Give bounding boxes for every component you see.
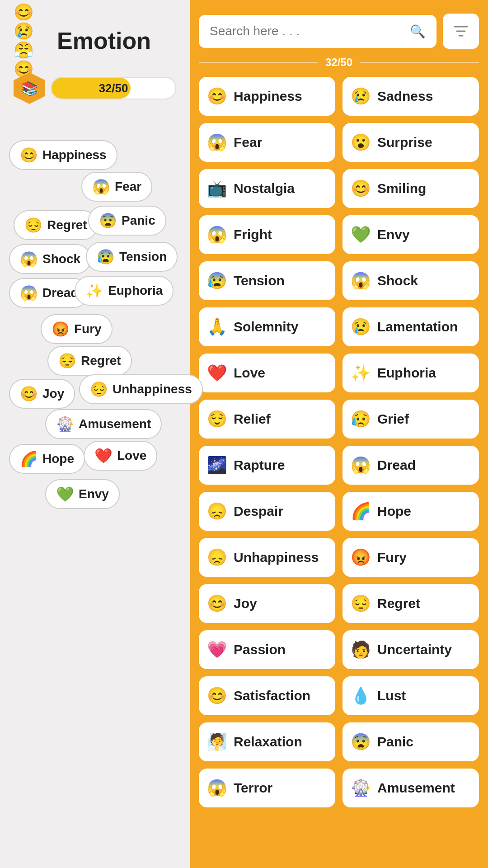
left-chip-regret[interactable]: 😔Regret (14, 210, 98, 240)
chip-emoji: 😊 (20, 146, 38, 164)
grid-chip-uncertainty[interactable]: 🧑Uncertainty (343, 630, 479, 669)
grid-chip-smiling[interactable]: 😊Smiling (343, 169, 479, 208)
grid-chip-label: Unhappiness (234, 550, 319, 565)
chip-label: Fury (74, 322, 102, 336)
grid-chip-fear[interactable]: 😱Fear (199, 123, 335, 162)
grid-chip-label: Lamentation (377, 319, 458, 335)
grid-chip-love[interactable]: ❤️Love (199, 354, 335, 392)
left-chip-fear[interactable]: 😱Fear (81, 172, 152, 202)
grid-chip-shock[interactable]: 😱Shock (343, 261, 479, 300)
chip-label: Fear (115, 179, 141, 194)
chip-emoji: 💚 (56, 486, 74, 503)
chip-label: Unhappiness (113, 382, 192, 396)
grid-chip-unhappiness[interactable]: 😞Unhappiness (199, 538, 335, 577)
grid-chip-emoji: 📺 (207, 179, 227, 198)
grid-chip-happiness[interactable]: 😊Happiness (199, 77, 335, 116)
grid-chip-label: Relief (234, 411, 271, 427)
left-chip-hope[interactable]: 🌈Hope (9, 444, 85, 474)
left-chip-panic[interactable]: 😨Panic (88, 206, 166, 236)
grid-chip-hope[interactable]: 🌈Hope (343, 492, 479, 531)
grid-chip-label: Grief (377, 411, 409, 427)
grid-chip-envy[interactable]: 💚Envy (343, 215, 479, 254)
grid-chip-label: Shock (377, 273, 418, 288)
left-chip-love[interactable]: ❤️Love (84, 441, 157, 471)
grid-chip-emoji: 💚 (351, 225, 371, 244)
grid-chip-relaxation[interactable]: 🧖Relaxation (199, 722, 335, 761)
grid-chip-rapture[interactable]: 🌌Rapture (199, 446, 335, 485)
grid-chip-lust[interactable]: 💧Lust (343, 676, 479, 715)
grid-chip-emoji: 😊 (351, 179, 371, 198)
left-chip-regret2[interactable]: 😔Regret (47, 346, 132, 376)
grid-chip-label: Despair (234, 504, 283, 519)
chip-label: Happiness (42, 148, 107, 162)
left-chip-joy[interactable]: 😊Joy (9, 379, 75, 409)
grid-chip-emoji: 😌 (207, 410, 227, 429)
grid-chip-relief[interactable]: 😌Relief (199, 400, 335, 439)
grid-chip-label: Fear (234, 135, 262, 150)
grid-chip-regret[interactable]: 😔Regret (343, 584, 479, 623)
grid-chip-label: Envy (377, 227, 410, 242)
grid-chip-emoji: 😱 (351, 271, 371, 290)
grid-chip-label: Solemnity (234, 319, 298, 335)
grid-chip-panic[interactable]: 😨Panic (343, 722, 479, 761)
grid-chip-label: Love (234, 365, 265, 381)
progress-track: 32/50 (51, 77, 176, 99)
chip-emoji: 😡 (52, 321, 70, 338)
search-input-wrap[interactable]: 🔍 (199, 15, 436, 48)
grid-chip-terror[interactable]: 😱Terror (199, 769, 335, 807)
grid-chip-fury[interactable]: 😡Fury (343, 538, 479, 577)
grid-chip-emoji: 😔 (351, 594, 371, 613)
grid-chip-label: Regret (377, 596, 420, 611)
progress-right: 32/50 (199, 56, 479, 69)
grid-chip-euphoria[interactable]: ✨Euphoria (343, 354, 479, 392)
chip-label: Joy (42, 387, 64, 401)
grid-chip-lamentation[interactable]: 😢Lamentation (343, 307, 479, 346)
grid-chip-dread[interactable]: 😱Dread (343, 446, 479, 485)
left-chip-fury[interactable]: 😡Fury (41, 314, 113, 344)
left-chip-shock[interactable]: 😱Shock (9, 244, 91, 274)
chip-emoji: 😊 (20, 385, 38, 402)
app-header: 😊😢😤😊 Emotion (0, 0, 190, 68)
search-input[interactable] (210, 24, 404, 38)
filter-button[interactable] (443, 14, 479, 49)
left-chip-amusement[interactable]: 🎡Amusement (45, 409, 162, 439)
chip-label: Love (117, 448, 146, 463)
chip-emoji: 🌈 (20, 450, 38, 467)
search-icon: 🔍 (410, 24, 426, 39)
grid-chip-fright[interactable]: 😱Fright (199, 215, 335, 254)
chip-label: Panic (122, 213, 155, 228)
grid-chip-emoji: 🎡 (351, 778, 371, 797)
grid-chip-label: Relaxation (234, 734, 302, 750)
grid-chip-tension[interactable]: 😰Tension (199, 261, 335, 300)
grid-chip-nostalgia[interactable]: 📺Nostalgia (199, 169, 335, 208)
grid-chip-emoji: 🙏 (207, 317, 227, 336)
left-chip-tension[interactable]: 😰Tension (86, 242, 178, 272)
progress-bar-container: 📚 32/50 (14, 72, 176, 104)
chip-emoji: 🎡 (56, 415, 74, 433)
grid-chip-despair[interactable]: 😞Despair (199, 492, 335, 531)
right-panel: 🔍 32/50 😊Happiness😢Sadness😱Fear😮Surprise… (190, 0, 488, 868)
grid-chip-solemnity[interactable]: 🙏Solemnity (199, 307, 335, 346)
grid-chip-emoji: 🧑 (351, 640, 371, 659)
grid-scroll[interactable]: 😊Happiness😢Sadness😱Fear😮Surprise📺Nostalg… (199, 77, 479, 859)
grid-chip-label: Tension (234, 273, 285, 288)
grid-chip-emoji: 😊 (207, 686, 227, 705)
grid-chip-emoji: 💧 (351, 686, 371, 705)
grid-chip-label: Rapture (234, 458, 285, 473)
left-chip-envy[interactable]: 💚Envy (45, 479, 120, 509)
left-chip-happiness[interactable]: 😊Happiness (9, 140, 117, 170)
grid-chip-sadness[interactable]: 😢Sadness (343, 77, 479, 116)
grid-chip-grief[interactable]: 😥Grief (343, 400, 479, 439)
grid-chip-emoji: ❤️ (207, 363, 227, 382)
left-chip-unhappiness[interactable]: 😔Unhappiness (79, 374, 203, 404)
grid-chip-emoji: 😊 (207, 594, 227, 613)
grid-chip-amusement[interactable]: 🎡Amusement (343, 769, 479, 807)
grid-chip-joy[interactable]: 😊Joy (199, 584, 335, 623)
left-chip-euphoria[interactable]: ✨Euphoria (75, 276, 174, 306)
chip-label: Shock (42, 252, 80, 266)
progress-line-left (199, 62, 318, 63)
grid-chip-satisfaction[interactable]: 😊Satisfaction (199, 676, 335, 715)
grid-chip-emoji: 😢 (351, 317, 371, 336)
grid-chip-surprise[interactable]: 😮Surprise (343, 123, 479, 162)
grid-chip-passion[interactable]: 💗Passion (199, 630, 335, 669)
